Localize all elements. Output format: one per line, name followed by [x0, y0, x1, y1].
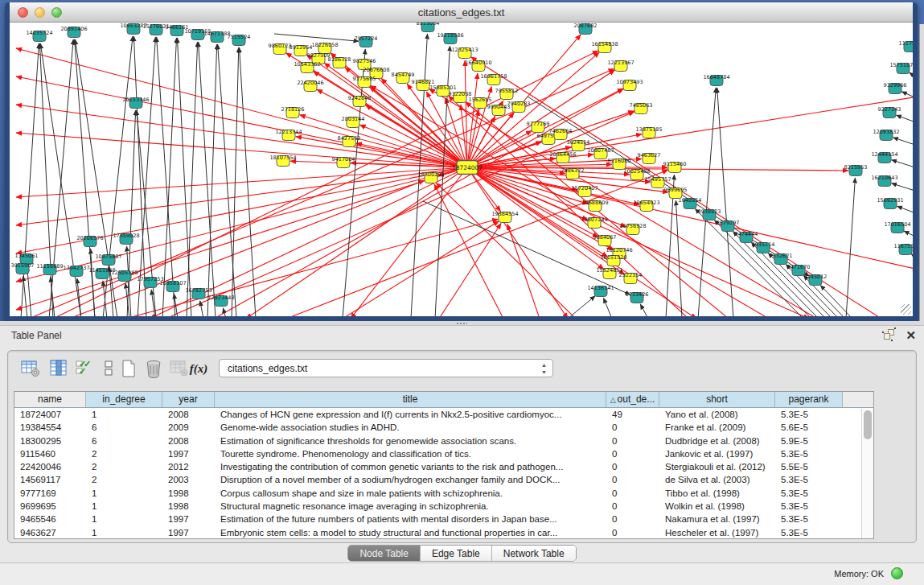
- table-cell[interactable]: 1: [86, 513, 162, 525]
- table-cell[interactable]: Tibbo et al. (1998): [659, 487, 775, 500]
- citation-edge[interactable]: [218, 44, 236, 316]
- citation-edge[interactable]: [434, 184, 503, 316]
- table-cell[interactable]: 2: [86, 460, 162, 473]
- table-cell[interactable]: 9465546: [14, 513, 86, 525]
- network-window-titlebar[interactable]: citations_edges.txt: [10, 2, 913, 23]
- table-cell[interactable]: 1997: [162, 513, 215, 525]
- citation-edge[interactable]: [232, 47, 239, 316]
- table-cell[interactable]: 2009: [162, 421, 215, 434]
- table-cell[interactable]: 14569117: [14, 473, 86, 486]
- table-options-icon[interactable]: [18, 356, 43, 381]
- table-cell[interactable]: 1997: [162, 526, 215, 539]
- table-row[interactable]: 1456911722003Disruption of a novel membe…: [14, 473, 873, 486]
- citation-edge[interactable]: [69, 180, 425, 316]
- citation-edge[interactable]: [568, 296, 595, 316]
- table-cell[interactable]: Corpus callosum shape and size in male p…: [215, 487, 606, 500]
- citation-edge[interactable]: [343, 221, 499, 316]
- citation-edge[interactable]: [199, 42, 216, 316]
- select-columns-icon[interactable]: ✓✓✓: [72, 356, 96, 381]
- citation-edge[interactable]: [246, 167, 467, 316]
- table-cell[interactable]: 5.6E-5: [775, 421, 843, 434]
- table-cell[interactable]: 22420046: [14, 460, 86, 473]
- table-cell[interactable]: Tourette syndrome. Phenomenology and cla…: [215, 447, 606, 460]
- table-cell[interactable]: 2: [86, 473, 162, 486]
- citation-edge[interactable]: [467, 167, 913, 270]
- column-header-pagerank[interactable]: pagerank: [775, 392, 843, 407]
- table-cell[interactable]: 0: [606, 500, 659, 513]
- table-row[interactable]: 911546021997Tourette syndrome. Phenomeno…: [14, 447, 873, 460]
- table-cell[interactable]: 1: [86, 487, 162, 500]
- table-cell[interactable]: 2008: [162, 435, 215, 447]
- table-cell[interactable]: 5.3E-5: [775, 447, 843, 460]
- table-cell[interactable]: 6: [86, 421, 162, 434]
- table-cell[interactable]: 5.3E-5: [775, 408, 843, 421]
- table-cell[interactable]: Genome-wide association studies in ADHD.: [215, 421, 606, 434]
- table-cell[interactable]: 0: [606, 421, 659, 434]
- column-header-year[interactable]: year: [162, 392, 215, 407]
- table-row[interactable]: 946554611997Estimation of the future num…: [14, 513, 873, 525]
- table-cell[interactable]: Franke et al. (2009): [659, 421, 775, 434]
- table-cell[interactable]: 9115460: [14, 447, 86, 460]
- citation-edge[interactable]: [16, 48, 467, 167]
- table-cell[interactable]: 2008: [162, 408, 215, 421]
- float-window-icon[interactable]: [884, 329, 896, 341]
- table-cell[interactable]: 0: [606, 513, 659, 525]
- table-cell[interactable]: 0: [606, 526, 659, 539]
- table-cell[interactable]: 0: [606, 447, 659, 460]
- column-header-short[interactable]: short: [659, 392, 775, 407]
- citation-edge[interactable]: [16, 167, 467, 225]
- table-cell[interactable]: 5.3E-5: [775, 513, 843, 525]
- table-cell[interactable]: 18300295: [14, 435, 86, 447]
- function-builder-icon[interactable]: f(x): [187, 356, 211, 381]
- citation-edge[interactable]: [23, 276, 27, 316]
- tab-edge-table[interactable]: Edge Table: [421, 546, 492, 561]
- citation-edge[interactable]: [157, 37, 175, 316]
- table-cell[interactable]: Investigating the contribution of common…: [215, 460, 606, 473]
- citation-edge[interactable]: [187, 42, 198, 316]
- citation-edge[interactable]: [846, 178, 855, 316]
- new-table-icon[interactable]: [117, 356, 141, 381]
- citation-edge[interactable]: [640, 304, 648, 316]
- table-row[interactable]: 1830029562008Estimation of significance …: [14, 435, 873, 447]
- scrollbar-thumb[interactable]: [864, 410, 872, 439]
- table-cell[interactable]: Nakamura et al. (1997): [659, 513, 775, 525]
- table-cell[interactable]: 5.3E-5: [775, 473, 843, 486]
- table-cell[interactable]: Disruption of a novel member of a sodium…: [215, 473, 606, 486]
- citation-edge[interactable]: [207, 44, 217, 316]
- show-columns-icon[interactable]: [47, 356, 71, 381]
- close-panel-icon[interactable]: ✕: [906, 329, 916, 341]
- table-cell[interactable]: Estimation of the future numbers of pati…: [215, 513, 606, 525]
- table-cell[interactable]: 5.3E-5: [775, 500, 843, 513]
- table-row[interactable]: 969969511998Structural magnetic resonanc…: [14, 500, 873, 513]
- citation-edge[interactable]: [896, 115, 913, 124]
- table-cell[interactable]: 1: [86, 500, 162, 513]
- table-cell[interactable]: 5.9E-5: [775, 435, 843, 447]
- table-cell[interactable]: 0: [606, 460, 659, 473]
- network-canvas[interactable]: 1403572420891406106532871527602194661611…: [10, 23, 913, 316]
- table-cell[interactable]: 49: [606, 408, 659, 421]
- table-cell[interactable]: 5.3E-5: [775, 487, 843, 500]
- citation-edge[interactable]: [676, 200, 682, 316]
- table-select-dropdown[interactable]: citations_edges.txt ▲▼: [219, 359, 553, 377]
- table-cell[interactable]: 9463627: [14, 526, 86, 539]
- citation-edge[interactable]: [16, 105, 467, 167]
- table-vertical-scrollbar[interactable]: [861, 409, 873, 538]
- window-resize-grip[interactable]: [901, 304, 911, 315]
- table-cell[interactable]: Structural magnetic resonance image aver…: [215, 500, 606, 513]
- table-cell[interactable]: Yano et al. (2008): [659, 408, 775, 421]
- citation-edge[interactable]: [91, 249, 95, 316]
- table-cell[interactable]: 2012: [162, 460, 215, 473]
- table-cell[interactable]: 2: [86, 447, 162, 460]
- table-cell[interactable]: 6: [86, 435, 162, 447]
- table-cell[interactable]: 0: [606, 435, 659, 447]
- table-cell[interactable]: Jankovic et al. (1997): [659, 447, 775, 460]
- tab-network-table[interactable]: Network Table: [492, 546, 576, 561]
- citation-edge[interactable]: [351, 167, 467, 316]
- citation-edge[interactable]: [177, 38, 191, 316]
- citation-edge[interactable]: [904, 231, 913, 239]
- table-cell[interactable]: 1998: [162, 487, 215, 500]
- citation-edge[interactable]: [507, 225, 540, 316]
- table-cell[interactable]: 0: [606, 487, 659, 500]
- column-header-in-degree[interactable]: in_degree: [86, 392, 162, 407]
- table-row[interactable]: 946362711997Embryonic stem cells: a mode…: [14, 526, 873, 539]
